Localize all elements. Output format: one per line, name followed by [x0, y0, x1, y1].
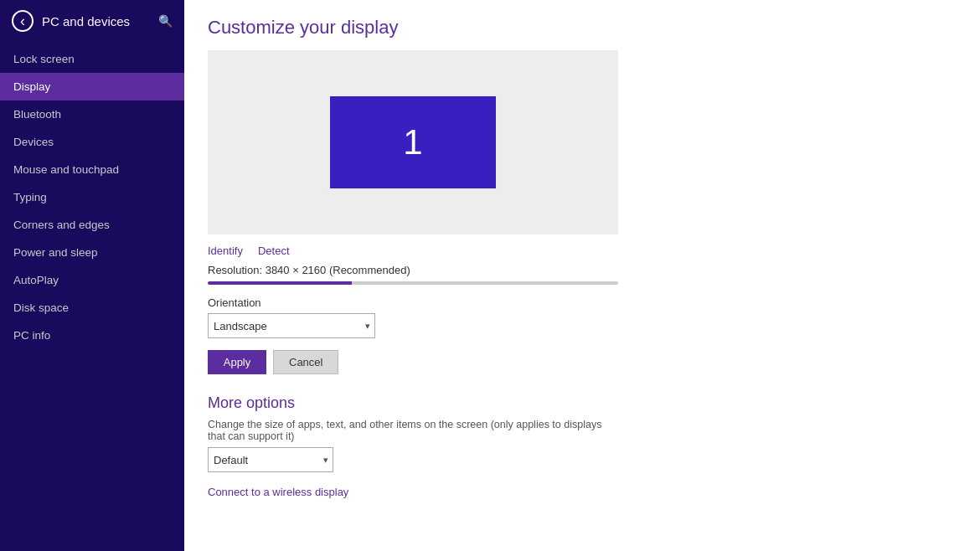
display-preview-area: 1: [208, 50, 618, 234]
wireless-link[interactable]: Connect to a wireless display: [208, 486, 348, 498]
sidebar-item-lock-screen[interactable]: Lock screen: [0, 45, 184, 73]
monitor-number: 1: [403, 122, 422, 162]
sidebar-item-display[interactable]: Display: [0, 73, 184, 100]
sidebar: PC and devices 🔍 Lock screenDisplayBluet…: [0, 0, 184, 551]
cancel-button[interactable]: Cancel: [273, 350, 338, 374]
sidebar-header: PC and devices 🔍: [0, 0, 184, 42]
size-select[interactable]: DefaultSmallerMediumLarger: [208, 447, 333, 472]
sidebar-item-corners-edges[interactable]: Corners and edges: [0, 211, 184, 239]
sidebar-item-bluetooth[interactable]: Bluetooth: [0, 100, 184, 128]
sidebar-item-disk-space[interactable]: Disk space: [0, 294, 184, 322]
identify-link[interactable]: Identify: [208, 245, 243, 257]
orientation-label: Orientation: [208, 296, 955, 309]
sidebar-item-power-sleep[interactable]: Power and sleep: [0, 239, 184, 266]
apply-button[interactable]: Apply: [208, 350, 266, 374]
search-icon[interactable]: 🔍: [158, 14, 173, 28]
monitor-display: 1: [330, 96, 496, 188]
sidebar-item-autoplay[interactable]: AutoPlay: [0, 266, 184, 294]
button-row: Apply Cancel: [208, 350, 955, 374]
more-options-desc: Change the size of apps, text, and other…: [208, 419, 618, 442]
main-content: Customize your display 1 Identify Detect…: [184, 0, 980, 551]
back-button[interactable]: [12, 10, 34, 32]
orientation-select[interactable]: LandscapePortraitLandscape (flipped)Port…: [208, 313, 375, 338]
sidebar-item-pc-info[interactable]: PC info: [0, 322, 184, 349]
sidebar-item-devices[interactable]: Devices: [0, 128, 184, 156]
sidebar-item-typing[interactable]: Typing: [0, 183, 184, 211]
page-title: Customize your display: [208, 17, 955, 39]
detect-link[interactable]: Detect: [258, 245, 290, 257]
display-links: Identify Detect: [208, 245, 955, 257]
sidebar-item-mouse-touchpad[interactable]: Mouse and touchpad: [0, 156, 184, 183]
more-options-title: More options: [208, 394, 955, 412]
orientation-select-wrapper: LandscapePortraitLandscape (flipped)Port…: [208, 313, 375, 338]
size-select-wrapper: DefaultSmallerMediumLarger ▾: [208, 447, 333, 472]
resolution-label: Resolution: 3840 × 2160 (Recommended): [208, 264, 955, 276]
sidebar-title: PC and devices: [42, 14, 130, 28]
sidebar-nav: Lock screenDisplayBluetoothDevicesMouse …: [0, 45, 184, 349]
